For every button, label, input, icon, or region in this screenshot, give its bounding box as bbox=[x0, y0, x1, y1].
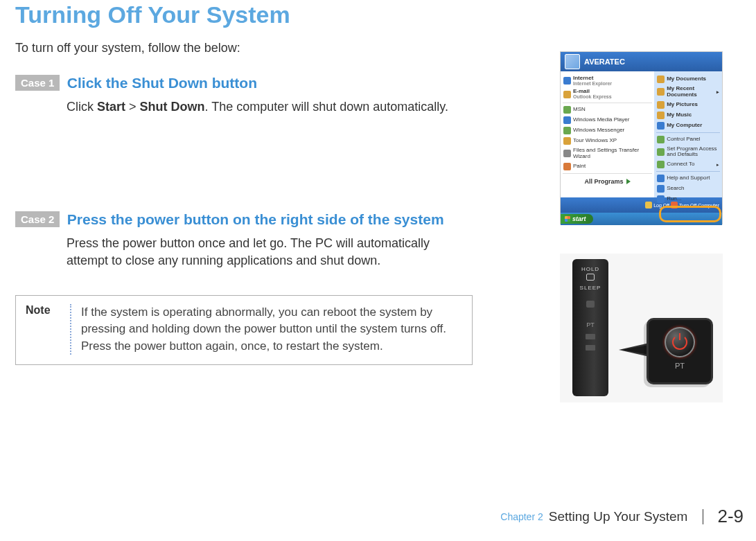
power-button-icon bbox=[665, 327, 695, 357]
case-2-heading: Press the power button on the right side… bbox=[67, 211, 444, 227]
folder-icon bbox=[657, 185, 665, 193]
case-1-bold-shutdown: Shut Down bbox=[140, 100, 205, 114]
case-1-bold-start: Start bbox=[97, 100, 125, 114]
chapter-label: Chapter 2 bbox=[500, 511, 543, 522]
lock-icon bbox=[586, 274, 595, 281]
sleep-label: SLEEP bbox=[572, 285, 608, 291]
windows-key-icon bbox=[586, 301, 595, 308]
start-menu-right-item: My Documents bbox=[656, 74, 720, 85]
start-menu-user: AVERATEC bbox=[584, 57, 625, 66]
case-1-body-suffix: . The computer will shut down automatica… bbox=[205, 100, 449, 114]
start-menu-right-item: Connect To▸ bbox=[656, 159, 720, 170]
log-off-button: Log Off bbox=[645, 202, 669, 209]
page-number: 2-9 bbox=[717, 506, 744, 527]
app-icon bbox=[563, 91, 571, 98]
hold-label: HOLD bbox=[572, 266, 608, 272]
start-menu-left-item: MSN bbox=[563, 105, 652, 115]
chapter-title: Setting Up Your System bbox=[549, 509, 704, 524]
folder-icon bbox=[657, 148, 665, 156]
folder-icon bbox=[657, 112, 665, 119]
port-icon bbox=[586, 334, 595, 339]
app-icon bbox=[563, 106, 571, 114]
arrow-right-icon bbox=[626, 179, 631, 184]
app-icon bbox=[563, 163, 571, 170]
start-menu-right-item: Set Program Access and Defaults bbox=[656, 145, 720, 160]
port-icon-2 bbox=[586, 345, 595, 351]
pt-label-callout: PT bbox=[649, 362, 711, 370]
start-menu-right-item: Control Panel bbox=[656, 134, 720, 145]
user-avatar-icon bbox=[565, 54, 580, 69]
log-off-label: Log Off bbox=[653, 203, 669, 208]
app-icon bbox=[563, 137, 571, 145]
start-menu-screenshot: AVERATEC InternetInternet ExplorerE-mail… bbox=[560, 51, 723, 224]
start-menu-right-item: My Pictures bbox=[656, 100, 720, 110]
turn-off-button: Turn Off Computer bbox=[671, 202, 719, 209]
start-menu-left-item: Files and Settings Transfer Wizard bbox=[563, 146, 652, 161]
start-menu-left-item: Windows Media Player bbox=[563, 115, 652, 125]
case-2-label: Case 2 bbox=[15, 211, 60, 227]
case-1-body: Click Start > Shut Down. The computer wi… bbox=[67, 98, 455, 116]
start-menu-left-item: InternetInternet Explorer bbox=[563, 74, 652, 87]
start-menu-left-item: Tour Windows XP bbox=[563, 136, 652, 146]
all-programs-button: All Programs bbox=[563, 175, 652, 188]
folder-icon bbox=[657, 76, 665, 83]
app-icon bbox=[563, 150, 571, 157]
start-menu-left-item: E-mailOutlook Express bbox=[563, 87, 652, 100]
folder-icon bbox=[657, 136, 665, 143]
power-button-photo: HOLD SLEEP PT PT bbox=[560, 254, 723, 402]
turn-off-label: Turn Off Computer bbox=[679, 203, 719, 208]
folder-icon bbox=[657, 88, 665, 96]
start-menu-right-item: Help and Support bbox=[656, 173, 720, 184]
start-menu-left-item: Paint bbox=[563, 161, 652, 172]
page-title: Turning Off Your System bbox=[15, 0, 756, 28]
turn-off-icon bbox=[671, 202, 678, 209]
note-body: If the system is operating abnormally, y… bbox=[71, 304, 462, 355]
case-1-sep: > bbox=[125, 100, 140, 114]
start-menu-right-item: My Music bbox=[656, 110, 720, 121]
folder-icon bbox=[657, 161, 665, 168]
taskbar-start-label: start bbox=[572, 215, 586, 222]
case-2-body: Press the power button once and let go. … bbox=[67, 235, 455, 269]
start-menu-right-item: My Recent Documents▸ bbox=[656, 85, 720, 100]
pt-label-side: PT bbox=[572, 321, 608, 328]
start-menu-right-item: Search bbox=[656, 184, 720, 194]
log-off-icon bbox=[645, 202, 652, 209]
start-menu-right-item: My Computer bbox=[656, 121, 720, 131]
folder-icon bbox=[657, 101, 665, 109]
taskbar-start-button: start bbox=[561, 214, 593, 224]
page-footer: Chapter 2 Setting Up Your System 2-9 bbox=[500, 506, 744, 527]
folder-icon bbox=[657, 175, 665, 182]
app-icon bbox=[563, 127, 571, 134]
windows-logo-icon bbox=[565, 216, 570, 222]
start-menu-left-item: Windows Messenger bbox=[563, 125, 652, 136]
case-1-heading: Click the Shut Down button bbox=[67, 75, 257, 91]
app-icon bbox=[563, 116, 571, 124]
folder-icon bbox=[657, 122, 665, 130]
note-label: Note bbox=[26, 304, 51, 316]
case-1-label: Case 1 bbox=[15, 75, 60, 91]
power-button-callout: PT bbox=[647, 318, 713, 384]
note-box: Note If the system is operating abnormal… bbox=[15, 295, 473, 366]
app-icon bbox=[563, 77, 571, 85]
case-1-body-prefix: Click bbox=[67, 100, 97, 114]
